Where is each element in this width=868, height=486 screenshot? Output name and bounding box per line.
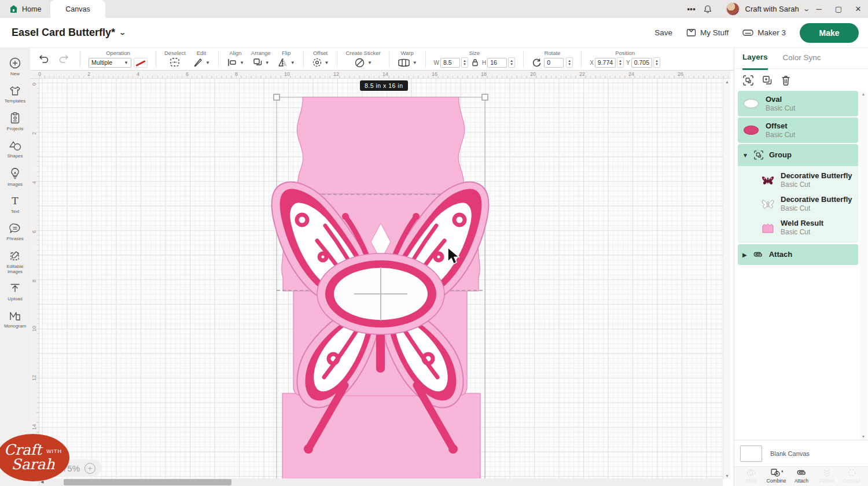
deselect-group: Deselect bbox=[161, 48, 189, 70]
group-expand-chevron-icon[interactable]: ▼ bbox=[742, 152, 748, 159]
width-stepper[interactable]: ▲▼ bbox=[461, 57, 468, 68]
sidebar-item-upload[interactable]: Upload bbox=[0, 279, 30, 306]
h-ruler-number: 2 bbox=[87, 71, 90, 77]
group-button[interactable] bbox=[742, 75, 754, 86]
layer-row-weld-result[interactable]: Weld Result Basic Cut bbox=[738, 216, 858, 240]
slice-button[interactable]: Slice bbox=[739, 468, 763, 486]
flip-button[interactable] bbox=[278, 58, 288, 67]
combine-button[interactable]: ▼ Combine bbox=[764, 468, 789, 486]
canvas-viewport[interactable]: 02468101214161820222426 02468101214 8.5 … bbox=[30, 71, 730, 486]
selection-handle-top-right bbox=[482, 94, 488, 100]
layers-list: Oval Basic Cut Offset Basic Cut ▼ Group bbox=[738, 91, 858, 440]
zoom-in-icon[interactable]: + bbox=[84, 463, 95, 474]
width-input[interactable]: 8.5 bbox=[440, 58, 460, 68]
sidebar-item-editable-images[interactable]: Editable Images bbox=[0, 246, 30, 279]
warp-group: Warp ▼ bbox=[394, 48, 421, 70]
h-ruler-number: 0 bbox=[38, 71, 41, 77]
window-minimize-button[interactable]: ─ bbox=[809, 5, 829, 13]
machine-selector[interactable]: Maker 3 bbox=[742, 28, 786, 37]
rotate-group: Rotate 0 ▲▼ bbox=[528, 48, 576, 70]
account-name[interactable]: Craft with Sarah bbox=[745, 5, 799, 13]
sidebar-item-shapes[interactable]: Shapes bbox=[0, 136, 30, 163]
window-close-button[interactable]: ✕ bbox=[848, 5, 868, 13]
layer-row-oval[interactable]: Oval Basic Cut bbox=[738, 91, 858, 116]
canvas-tab[interactable]: Canvas bbox=[50, 0, 105, 18]
tab-color-sync[interactable]: Color Sync bbox=[783, 53, 821, 63]
offset-caret-icon: ▼ bbox=[325, 60, 329, 65]
redo-button[interactable] bbox=[58, 54, 69, 64]
blank-canvas-swatch[interactable] bbox=[740, 446, 762, 462]
canvas-vertical-scrollbar[interactable]: ▲ ▼ bbox=[723, 79, 730, 479]
attach-expand-chevron-icon[interactable]: ▶ bbox=[742, 252, 747, 258]
scroll-down-icon[interactable]: ▼ bbox=[723, 474, 730, 478]
scroll-up-icon[interactable]: ▲ bbox=[723, 80, 730, 84]
attach-button[interactable]: Attach bbox=[789, 468, 814, 486]
deselect-button[interactable] bbox=[169, 57, 181, 68]
operation-select[interactable]: Multiple▼ bbox=[89, 58, 131, 68]
layer-row-decorative-butterfly-1[interactable]: Decorative Butterfly Basic Cut bbox=[738, 168, 858, 192]
layer-row-offset[interactable]: Offset Basic Cut bbox=[738, 117, 858, 143]
offset-button[interactable] bbox=[312, 57, 322, 68]
tab-layers[interactable]: Layers bbox=[742, 53, 768, 70]
arrange-button[interactable] bbox=[252, 58, 263, 67]
rotate-stepper[interactable]: ▲▼ bbox=[566, 57, 573, 68]
sidebar-item-projects[interactable]: Projects bbox=[0, 108, 30, 136]
x-stepper[interactable]: ▲▼ bbox=[617, 57, 624, 68]
edit-button[interactable] bbox=[193, 57, 203, 68]
arrange-caret-icon: ▼ bbox=[265, 60, 270, 65]
v-ruler-number: 10 bbox=[31, 326, 37, 332]
sidebar-item-text[interactable]: T Text bbox=[0, 192, 30, 219]
position-group: Position X 9.774 ▲▼ Y 0.705 ▲▼ bbox=[586, 48, 664, 70]
delete-button[interactable] bbox=[781, 75, 791, 86]
align-button[interactable] bbox=[227, 58, 237, 67]
y-stepper[interactable]: ▲▼ bbox=[653, 57, 660, 68]
weld-result-thumbnail bbox=[761, 222, 775, 234]
v-ruler-number: 14 bbox=[31, 424, 37, 430]
more-options-icon[interactable]: ••• bbox=[680, 5, 703, 14]
width-label: W bbox=[434, 60, 439, 66]
layer-attach-header[interactable]: ▶ Attach bbox=[738, 244, 858, 265]
warp-button[interactable] bbox=[398, 58, 410, 67]
user-avatar[interactable] bbox=[726, 2, 740, 16]
design-artwork[interactable] bbox=[30, 71, 730, 486]
notifications-bell-icon[interactable] bbox=[703, 5, 726, 14]
layer-row-decorative-butterfly-2[interactable]: Decorative Butterfly Basic Cut bbox=[738, 192, 858, 216]
contour-button[interactable]: Contour bbox=[840, 468, 864, 486]
account-chevron-icon[interactable]: ⌄ bbox=[803, 5, 810, 13]
make-button[interactable]: Make bbox=[800, 23, 859, 43]
sidebar-item-phrases[interactable]: Phrases bbox=[0, 219, 30, 246]
rotate-icon[interactable] bbox=[532, 58, 542, 67]
sidebar-item-monogram[interactable]: Monogram bbox=[0, 306, 30, 333]
my-stuff-button[interactable]: My Stuff bbox=[686, 28, 729, 37]
flatten-button[interactable]: Flatten bbox=[815, 468, 839, 486]
layers-scrollbar[interactable]: ▲ ▼ bbox=[860, 91, 867, 440]
layers-scroll-up-icon[interactable]: ▲ bbox=[860, 92, 867, 96]
color-swatch[interactable] bbox=[134, 58, 148, 68]
project-title-group[interactable]: Easel Card Butterfly* ⌄ bbox=[12, 27, 125, 39]
v-ruler-number: 0 bbox=[31, 83, 37, 86]
x-input[interactable]: 9.774 bbox=[595, 58, 616, 68]
undo-button[interactable] bbox=[38, 54, 50, 64]
height-input[interactable]: 16 bbox=[487, 58, 507, 68]
canvas-horizontal-scrollbar[interactable]: ◀ bbox=[39, 478, 723, 486]
operation-label: Operation bbox=[106, 50, 130, 56]
sidebar-item-images[interactable]: Images bbox=[0, 163, 30, 192]
horizontal-scroll-thumb[interactable] bbox=[64, 479, 231, 485]
y-input[interactable]: 0.705 bbox=[631, 58, 652, 68]
window-maximize-button[interactable]: ▢ bbox=[829, 5, 848, 13]
layers-scroll-down-icon[interactable]: ▼ bbox=[860, 435, 867, 439]
duplicate-button[interactable] bbox=[762, 75, 773, 86]
sidebar-item-templates[interactable]: Templates bbox=[0, 81, 30, 108]
layer-group-header[interactable]: ▼ Group bbox=[738, 144, 858, 166]
blank-canvas-row[interactable]: Blank Canvas bbox=[734, 440, 868, 466]
create-sticker-button[interactable] bbox=[354, 57, 365, 68]
v-ruler-number: 12 bbox=[31, 375, 37, 381]
size-lock-icon[interactable] bbox=[472, 58, 479, 67]
rotate-input[interactable]: 0 bbox=[544, 58, 564, 68]
sidebar-item-new[interactable]: New bbox=[0, 53, 30, 81]
height-stepper[interactable]: ▲▼ bbox=[508, 57, 515, 68]
save-button[interactable]: Save bbox=[654, 28, 672, 37]
vertical-ruler: 02468101214 bbox=[30, 79, 39, 486]
size-label: Size bbox=[469, 50, 480, 56]
home-tab[interactable]: Home bbox=[0, 0, 50, 18]
